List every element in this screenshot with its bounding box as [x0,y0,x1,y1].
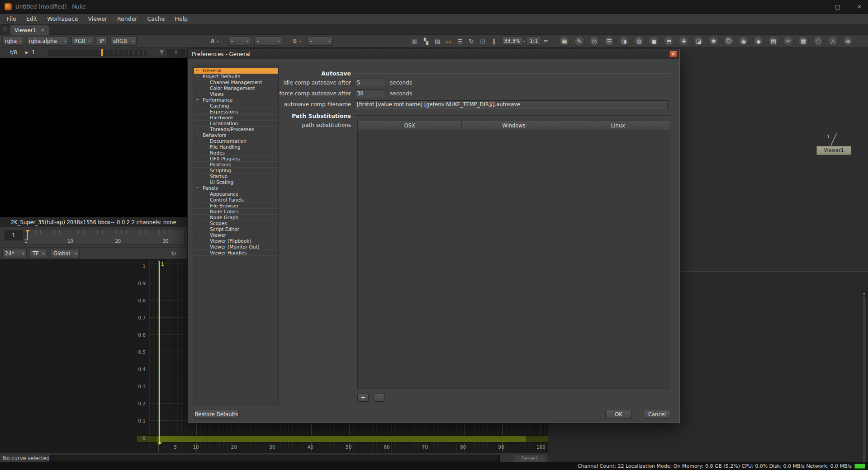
menu-item[interactable]: File [2,14,21,24]
refresh-icon[interactable]: ↻ [466,36,476,46]
expression-input[interactable] [49,455,500,462]
menu-item[interactable]: Workspace [42,14,83,24]
3d-icon[interactable]: ◪ [693,36,704,47]
channels-select[interactable]: RGB [71,37,93,46]
tree-item[interactable]: Script Editor [194,226,278,232]
flask-icon[interactable]: △ [828,36,839,47]
gamma-value-field[interactable]: 1 [167,49,185,56]
stripes-icon[interactable]: ▨ [432,36,442,46]
tree-item[interactable]: Viewer (Monitor Out) [194,244,278,250]
tree-item[interactable]: Viewer (Flipbook) [194,238,278,244]
tree-item[interactable]: Positions [194,162,278,168]
metadata-icon[interactable]: ◆ [753,36,764,47]
tree-item[interactable]: Node Graph [194,215,278,221]
revert-button[interactable]: Revert [514,454,545,462]
deep-icon[interactable]: Ⓓ [723,36,734,47]
views-icon[interactable]: ◉ [738,36,749,47]
idle-autosave-field[interactable] [355,79,385,87]
viewer-lut-select[interactable]: sRGB [110,37,137,46]
tree-item[interactable]: Node Colors [194,209,278,215]
dialog-titlebar[interactable]: Preferences - General × [188,49,679,59]
layer-select[interactable]: rgba [2,37,24,46]
autosave-filename-field[interactable] [355,100,668,109]
a-input-select[interactable]: - [228,37,251,46]
draw-icon[interactable]: ✎ [574,36,585,47]
menu-item[interactable]: Edit [21,14,42,24]
b-input-select[interactable]: - [308,37,333,46]
gain-slider-handle[interactable] [101,49,103,56]
tree-item[interactable]: File Browser [194,203,278,209]
color-icon[interactable]: ◑ [619,36,630,47]
filter-icon[interactable]: ◍ [634,36,645,47]
viewer1-node[interactable]: Viewer1 [816,146,851,155]
tree-item[interactable]: OFX Plug-ins [194,156,278,162]
tree-item[interactable]: Nodes [194,150,278,156]
column-header[interactable]: Linux [566,121,670,130]
keyer2-icon[interactable]: ✂ [783,36,794,47]
pixel-aspect-button[interactable]: 1:1 [526,37,541,46]
expand-arrow-icon[interactable]: ▶ [25,47,28,58]
menu-item[interactable]: Help [170,14,193,24]
tree-item[interactable]: Documentation [194,138,278,144]
overlay-icon[interactable]: ☰ [455,36,465,46]
gain-slider[interactable] [48,50,147,56]
menu-item[interactable]: Render [112,14,142,24]
node-graph-scrollbar[interactable]: ▲ ▼ [862,291,867,470]
viewer-viewport[interactable] [0,58,188,217]
collapse-icon[interactable] [195,186,199,190]
zoom-level-select[interactable]: 33.3% [501,37,524,46]
tree-item[interactable]: Control Panels [194,197,278,203]
cancel-button[interactable]: Cancel [644,410,670,419]
tree-item[interactable]: Viewer Handles [194,250,278,256]
tree-item[interactable]: Viewer [194,232,278,238]
image-icon[interactable]: ▣ [559,36,570,47]
column-header[interactable]: OSX [358,121,462,130]
menu-item[interactable]: Cache [142,14,170,24]
roi-icon[interactable]: ⊡ [478,36,488,46]
time-icon[interactable]: ◷ [589,36,600,47]
tree-item[interactable]: Scripting [194,168,278,174]
globe-icon[interactable]: ⊕ [843,36,854,47]
panel-grip-icon[interactable] [3,27,7,33]
node-input-connector[interactable] [830,133,837,146]
alpha-layer-select[interactable]: rgba.alpha [26,37,69,46]
tree-item[interactable]: Startup [194,174,278,179]
force-autosave-field[interactable] [355,89,385,98]
b-buffer-toggle[interactable]: B [293,37,301,46]
tree-item[interactable]: UI Scaling [194,179,278,185]
scrollbar-thumb[interactable] [863,296,866,470]
fstop-label[interactable]: f/8 [10,47,17,58]
tree-item[interactable]: Appearance [194,191,278,197]
frame-range-select[interactable]: Global [51,249,80,258]
transform-icon[interactable]: ✚ [678,36,689,47]
particles-icon[interactable]: ✱ [708,36,719,47]
tree-item[interactable]: Scopes [194,221,278,226]
tab-viewer1[interactable]: Viewer1 × [10,25,49,35]
remove-row-button[interactable]: − [374,394,385,402]
scroll-up-icon[interactable]: ▲ [862,291,866,295]
curve-playhead[interactable] [159,261,160,443]
timecode-select[interactable]: TF [30,249,47,258]
input-process-toggle[interactable]: IP [96,37,108,46]
a-buffer-toggle[interactable]: A [211,37,218,46]
maximize-button[interactable]: □ [829,0,847,14]
channel-icon[interactable]: ☰ [604,36,615,47]
toolsets-icon[interactable]: ▤ [768,36,779,47]
search-icon[interactable]: ◌ [813,36,824,47]
column-header[interactable]: Windows [462,121,566,130]
pause-icon[interactable]: ‖ [489,36,499,46]
close-window-button[interactable]: × [850,0,868,14]
monitor-gamma-icon[interactable]: ▭ [444,36,454,46]
gain-value[interactable]: 1 [32,47,35,58]
tree-item[interactable]: Panels [194,185,278,191]
checker-icon[interactable]: ▚ [421,36,431,46]
keyer-icon[interactable]: ● [649,36,659,47]
tree-item[interactable]: Behaviors [194,132,278,138]
menu-item[interactable]: Viewer [83,14,112,24]
fps-select[interactable]: 24* [2,249,27,258]
add-row-button[interactable]: + [357,394,369,402]
restore-defaults-button[interactable]: Restore Defaults [194,410,239,419]
ok-button[interactable]: OK [605,410,632,419]
merge-icon[interactable]: ◓ [664,36,674,47]
compare-mode-select[interactable]: - [254,37,282,46]
